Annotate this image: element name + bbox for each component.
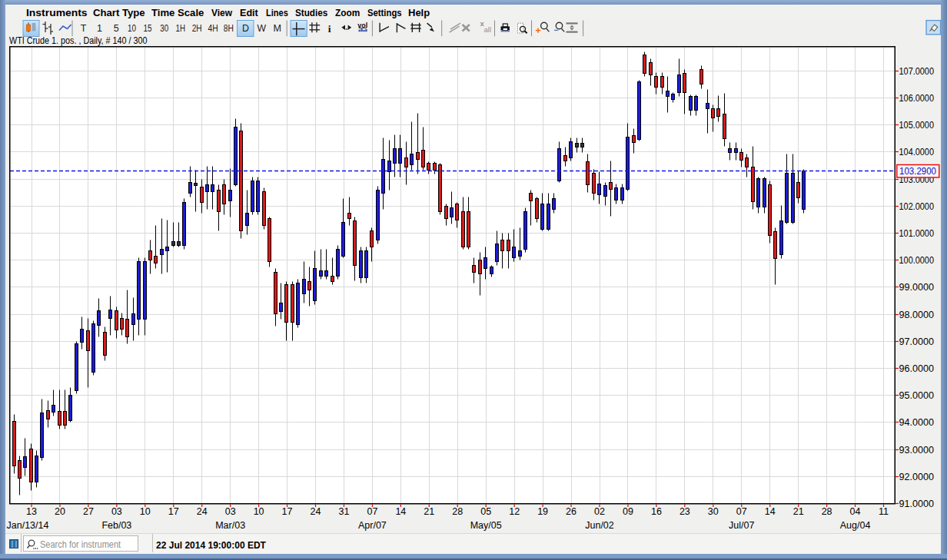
svg-text:30: 30 [708,506,719,517]
svg-text:Feb/03: Feb/03 [101,520,131,531]
svg-text:8H: 8H [224,23,234,34]
svg-text:all: all [484,25,492,34]
svg-text:91.0000: 91.0000 [899,498,935,509]
svg-text:17: 17 [282,506,293,517]
svg-text:100.0000: 100.0000 [899,254,935,266]
svg-text:4H: 4H [208,23,218,34]
svg-text:10: 10 [254,506,264,517]
svg-text:Aug/04: Aug/04 [840,520,871,531]
svg-text:26: 26 [566,506,577,517]
svg-text:92.0000: 92.0000 [899,471,935,482]
svg-text:104.0000: 104.0000 [899,146,935,157]
svg-text:28: 28 [452,506,463,517]
svg-text:W: W [258,23,267,34]
svg-text:20: 20 [55,506,65,517]
svg-text:i: i [328,23,331,35]
svg-text:95.0000: 95.0000 [899,389,935,401]
svg-text:94.0000: 94.0000 [899,416,935,428]
svg-text:D: D [242,23,249,34]
svg-text:102.0000: 102.0000 [899,200,935,212]
svg-text:31: 31 [338,506,349,517]
svg-text:M: M [274,23,282,34]
svg-text:16: 16 [651,506,662,517]
svg-text:Jun/02: Jun/02 [585,520,614,531]
svg-text:103.2900: 103.2900 [899,165,936,177]
svg-text:07: 07 [736,506,747,517]
svg-text:5: 5 [114,23,119,34]
svg-text:03: 03 [225,506,236,517]
svg-text:21: 21 [424,506,434,517]
svg-text:2H: 2H [192,23,202,34]
svg-text:23: 23 [680,506,690,517]
svg-text:99.0000: 99.0000 [899,281,935,293]
svg-text:27: 27 [83,506,94,517]
svg-text:21: 21 [793,506,804,517]
svg-text:96.0000: 96.0000 [899,363,935,374]
svg-text:Mar/03: Mar/03 [215,520,245,531]
svg-text:105.0000: 105.0000 [899,119,935,131]
svg-text:09: 09 [623,506,633,517]
svg-text:Jul/07: Jul/07 [729,520,754,531]
svg-text:24: 24 [197,506,208,517]
svg-text:14: 14 [765,506,776,517]
svg-text:98.0000: 98.0000 [899,309,935,320]
svg-text:14: 14 [395,506,406,517]
svg-text:97.0000: 97.0000 [899,336,935,347]
svg-text:28: 28 [822,506,832,517]
svg-text:106.0000: 106.0000 [899,92,935,104]
svg-text:1H: 1H [175,23,185,34]
svg-text:04: 04 [850,506,861,517]
svg-text:10: 10 [140,506,151,517]
svg-text:03: 03 [111,506,122,517]
svg-text:19: 19 [537,506,548,517]
svg-text:30: 30 [160,23,168,34]
svg-text:1: 1 [97,23,102,34]
svg-text:15: 15 [144,23,152,34]
svg-text:93.0000: 93.0000 [899,444,935,456]
svg-text:24: 24 [311,506,321,517]
svg-text:107.0000: 107.0000 [899,65,935,77]
svg-text:13: 13 [26,506,37,517]
svg-text:17: 17 [168,506,179,517]
svg-text:Apr/07: Apr/07 [358,520,387,531]
svg-text:T: T [81,23,87,34]
svg-text:05: 05 [480,506,491,517]
svg-text:07: 07 [367,506,377,517]
svg-text:101.0000: 101.0000 [899,227,935,239]
svg-text:10: 10 [128,23,136,34]
svg-text:11: 11 [879,506,889,517]
svg-text:May/05: May/05 [470,520,502,531]
svg-text:Jan/13/14: Jan/13/14 [7,520,49,531]
svg-text:02: 02 [594,506,605,517]
svg-text:12: 12 [509,506,520,517]
